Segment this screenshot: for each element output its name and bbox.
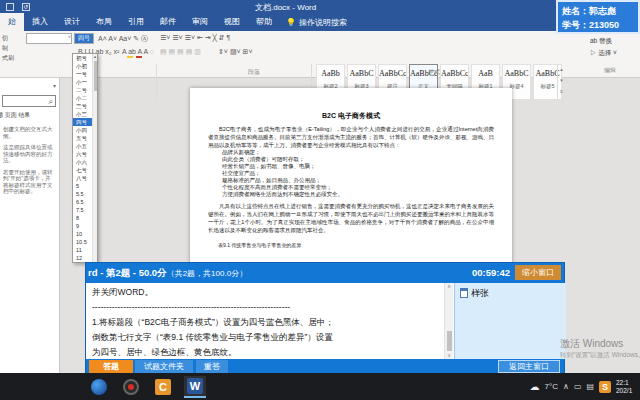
ribbon-tab[interactable]: 始 — [0, 13, 24, 31]
font-size-option[interactable]: 八号 — [73, 174, 93, 182]
font-size-option[interactable]: 一号 — [73, 70, 93, 78]
tell-me-search[interactable]: 💡操作说明搜索 — [280, 14, 353, 31]
font-size-option[interactable]: 二号 — [73, 86, 93, 94]
ribbon-tab[interactable]: 帮助 — [248, 13, 280, 31]
scroll-down-arrow[interactable]: ∨ — [445, 352, 453, 359]
watermark-line2: 转到“设置”以激活 Windows。 — [560, 351, 640, 360]
taskbar-c-app-icon[interactable]: C — [152, 376, 174, 398]
network-icon[interactable]: ▤ — [586, 382, 594, 391]
tray-temperature: 7°C — [545, 382, 558, 391]
styles-gallery-scroll[interactable]: ▴▾≡ — [557, 64, 565, 100]
exam-scrollbar[interactable]: ∧ ∨ — [444, 283, 453, 359]
font-size-option[interactable]: 小三 — [73, 110, 93, 118]
doc-feature-line: 品牌从新确定； — [222, 149, 494, 156]
font-size-option[interactable]: 8 — [73, 214, 93, 222]
ribbon-tab[interactable]: 视图 — [216, 13, 248, 31]
ribbon-tab-row: 始插入设计布局引用邮件审阅视图帮助 💡操作说明搜索 — [0, 14, 640, 31]
copy-button[interactable]: 制 — [2, 44, 8, 53]
font-size-option[interactable]: 四号 — [73, 118, 93, 126]
exam-timer: 00:59:42 — [472, 267, 510, 278]
weather-cloud-icon[interactable]: ☁ — [530, 381, 540, 392]
select-button[interactable]: ▷ 选择 ˅ — [590, 49, 617, 58]
ribbon-tab[interactable]: 设计 — [56, 13, 88, 31]
font-size-option[interactable]: 7.5 — [73, 206, 93, 214]
nav-hints: 创建文档的交互式大纲。这是跟踪具体位置或快速移动内容的好方法。若要开始使用，请转… — [3, 126, 56, 200]
font-size-option[interactable]: 小初 — [73, 62, 93, 70]
doc-table-caption: 表9.1 传统零售业与电子零售业的差异 — [218, 242, 512, 248]
doc-feature-line: 方便消费者网络生活而达到不确定性且必须安全。 — [222, 191, 494, 198]
font-size-option[interactable]: 6.5 — [73, 198, 93, 206]
nav-hint-text: 创建文档的交互式大纲。 — [3, 126, 56, 139]
list-indent-icons[interactable]: ☰˅ ☰˅ ☰˅ ⇤ ⇥ ╳ ⇵ ¶ — [160, 34, 230, 42]
shrink-window-button[interactable]: 缩小窗口 — [515, 265, 561, 280]
input-method-icon[interactable]: S — [599, 381, 611, 393]
font-size-combo[interactable]: 四号 — [74, 33, 94, 44]
ribbon-tab[interactable]: 邮件 — [152, 13, 184, 31]
font-size-option[interactable]: 10 — [73, 230, 93, 238]
nav-hint-text: 若要开始使用，请转到“开始”选项卡，并将标题样式应用于文档中的标题。 — [3, 169, 56, 195]
font-size-option[interactable]: 六号 — [73, 150, 93, 158]
scroll-up-arrow[interactable]: ▲ — [93, 54, 97, 59]
nav-search-input[interactable]: ⌕ — [2, 95, 56, 107]
taskbar-browser-icon[interactable] — [88, 376, 110, 398]
doc-feature-line: 社交便宜产品； — [222, 170, 494, 177]
test-folder-button[interactable]: 试题文件夹 — [135, 360, 193, 373]
attachment-item[interactable]: 样张 — [460, 287, 489, 300]
alignment-icons[interactable]: ▤ ▤ ▤ ▤ ▥ — [160, 48, 201, 56]
font-color-highlight-icons[interactable]: A ab A A ◌ — [122, 48, 154, 55]
taskbar: C W ☁ 7°C ∧ ▭ ▤ S 22:1202/1 — [0, 373, 640, 400]
answer-button[interactable]: 答题 — [89, 360, 133, 373]
font-size-option[interactable]: 小四 — [73, 126, 93, 134]
chevron-down-icon[interactable]: ▾ — [53, 82, 56, 89]
font-size-option[interactable]: 初号 — [73, 54, 93, 62]
lightbulb-icon: 💡 — [286, 18, 296, 27]
dropdown-scrollbar[interactable]: ▲ — [92, 54, 97, 262]
font-size-option[interactable]: 七号 — [73, 166, 93, 174]
exam-question-text: 并关闭WORD。 -------------------------------… — [86, 283, 456, 359]
taskbar-recorder-icon[interactable] — [120, 376, 142, 398]
system-tray: ☁ 7°C ∧ ▭ ▤ S 22:1202/1 — [530, 373, 640, 400]
font-size-option[interactable]: 5.5 — [73, 190, 93, 198]
replace-button[interactable]: ab 替换 — [590, 37, 612, 46]
redo-button[interactable]: 重答 — [196, 360, 228, 373]
return-main-window-button[interactable]: 返回主窗口 — [498, 360, 560, 373]
ribbon-tab[interactable]: 审阅 — [184, 13, 216, 31]
font-size-option[interactable]: 小五 — [73, 142, 93, 150]
font-name-combo[interactable]: ˅ — [26, 33, 72, 44]
grow-shrink-font-icons[interactable]: A˄ A˅ Aa˅ ✎ Ⓐ — [98, 34, 148, 44]
font-size-option[interactable]: 5 — [73, 182, 93, 190]
styles-group-label: 样式 — [428, 68, 440, 77]
font-size-option[interactable]: 9 — [73, 222, 93, 230]
line-spacing-shading-border-icons[interactable]: ⇕˅ ▨˅ ⊞˅ — [218, 48, 253, 56]
tray-clock[interactable]: 22:1202/1 — [616, 379, 640, 395]
keyboard-icon[interactable]: ▭ — [574, 382, 582, 391]
doc-feature-line: 经营长销产品，如书籍、音像、电脑； — [222, 163, 494, 170]
ribbon-tab[interactable]: 引用 — [120, 13, 152, 31]
scroll-thumb[interactable] — [447, 331, 452, 351]
exam-footer: 答题 试题文件夹 重答 返回主窗口 — [86, 359, 564, 374]
scroll-thumb[interactable] — [94, 61, 97, 91]
cut-button[interactable]: 切 — [2, 34, 8, 43]
font-size-option[interactable]: 小一 — [73, 78, 93, 86]
student-name: 姓名：郭志彪 — [562, 4, 638, 18]
ribbon-tab[interactable]: 布局 — [88, 13, 120, 31]
font-size-option[interactable]: 三号 — [73, 102, 93, 110]
font-size-option[interactable]: 11 — [73, 246, 93, 254]
hidden-icons-chevron[interactable]: ∧ — [563, 382, 569, 391]
watermark-line1: 激活 Windows — [560, 337, 640, 351]
format-painter-button[interactable]: 式刷 — [2, 54, 14, 63]
doc-title: B2C 电子商务模式 — [190, 111, 512, 121]
scroll-up-arrow[interactable]: ∧ — [445, 283, 453, 290]
font-size-option[interactable]: 10.5 — [73, 238, 93, 246]
exam-header[interactable]: rd - 第2题 - 50.0分（共2题，共100.0分） 00:59:42 缩… — [86, 263, 564, 283]
nav-tabs[interactable]: 标题 页面 结果 — [0, 111, 30, 120]
font-size-option[interactable]: 12 — [73, 254, 93, 262]
ribbon-tab[interactable]: 插入 — [24, 13, 56, 31]
undo-icon[interactable]: ↺ — [22, 3, 30, 11]
ribbon-tabs: 始插入设计布局引用邮件审阅视图帮助 — [0, 13, 280, 31]
font-size-option[interactable]: 小六 — [73, 158, 93, 166]
font-size-option[interactable]: 小二 — [73, 94, 93, 102]
save-icon[interactable] — [6, 3, 14, 11]
font-size-option[interactable]: 五号 — [73, 134, 93, 142]
taskbar-word-icon[interactable]: W — [184, 376, 206, 398]
